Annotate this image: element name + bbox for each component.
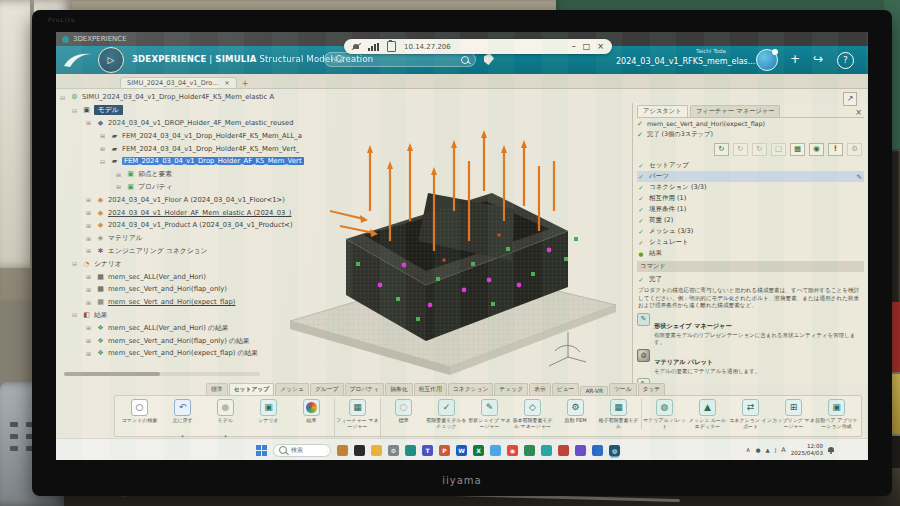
done-row[interactable]: 完了 bbox=[637, 274, 864, 285]
expander-icon[interactable]: ⊞ bbox=[86, 247, 93, 254]
toolbar-button[interactable]: ⇄ コネクション インポート bbox=[729, 398, 772, 429]
action-bar-tab[interactable]: セットアップ bbox=[229, 383, 275, 395]
global-search-input[interactable]: 検索 bbox=[324, 52, 476, 67]
expander-icon[interactable]: ⊞ bbox=[86, 209, 93, 216]
update-partial-icon[interactable]: ↻ bbox=[752, 143, 767, 156]
tree-node-label[interactable]: モデル bbox=[94, 105, 123, 115]
checklist-item[interactable]: 相互作用 (1) bbox=[637, 193, 864, 204]
expand-panel-button[interactable]: ↗ bbox=[843, 92, 857, 106]
checklist-item[interactable]: 荷重 (2) bbox=[637, 215, 864, 226]
red-app-icon[interactable] bbox=[558, 445, 569, 456]
purple-app-icon[interactable] bbox=[575, 445, 586, 456]
checklist-item[interactable]: 境界条件 (1) bbox=[637, 204, 864, 215]
command-item[interactable]: ✎ 形状シェイプ マネージャー 有限要素モデルのリプレゼンテーションに含まれる形… bbox=[637, 313, 864, 346]
checklist-item[interactable]: 結果 bbox=[637, 248, 864, 259]
expander-icon[interactable]: ⊞ bbox=[100, 145, 107, 152]
tree-node-label[interactable]: mem_sec_ALL(Ver_and_Hori) の結果 bbox=[108, 323, 229, 333]
tree-horizontal-scrollbar[interactable] bbox=[64, 372, 260, 376]
expander-icon[interactable]: ⊞ bbox=[86, 324, 93, 331]
files-app-icon[interactable] bbox=[354, 445, 365, 456]
action-bar-tab[interactable]: 表示 bbox=[529, 383, 551, 395]
cloud-icon[interactable]: ▲ bbox=[765, 447, 769, 453]
help-button[interactable]: ? bbox=[837, 52, 854, 69]
notifications-muted-icon[interactable] bbox=[352, 43, 360, 51]
expander-icon[interactable]: ⊞ bbox=[86, 196, 93, 203]
checklist-item[interactable]: パーツ bbox=[637, 171, 864, 182]
expander-icon[interactable]: ⊞ bbox=[86, 235, 93, 242]
expander-icon[interactable]: ⊟ bbox=[72, 260, 79, 267]
action-bar-tab[interactable]: 相互作用 bbox=[414, 383, 447, 395]
axis-triad[interactable] bbox=[549, 332, 586, 366]
toolbar-button[interactable]: ↶ 元に戻す ▾ bbox=[161, 398, 204, 442]
toolbar-button[interactable]: ● 結果 bbox=[290, 398, 333, 442]
tree-node-label[interactable]: SIMU_2024_03_04_v1_Drop_Holder4F_K5_Mem_… bbox=[82, 93, 274, 101]
search-icon[interactable] bbox=[461, 56, 469, 64]
tree-node-label[interactable]: mem_sec_Vert_and_Hori(flap_only) bbox=[108, 285, 227, 293]
expander-icon[interactable]: ⊞ bbox=[116, 183, 123, 190]
share-button[interactable]: ↪ bbox=[813, 52, 823, 67]
command-title[interactable]: マテリアル パレット bbox=[654, 358, 713, 365]
toolbar-button[interactable]: ▦ 格子有限要素モデル bbox=[597, 398, 640, 429]
update-all-icon[interactable]: ↻ bbox=[714, 143, 729, 156]
close-icon[interactable]: × bbox=[853, 108, 864, 117]
toolbar-button[interactable]: ● モデル ▾ bbox=[204, 398, 247, 442]
assistant-tab[interactable]: フィーチャー マネージャー bbox=[690, 105, 781, 117]
start-button[interactable] bbox=[256, 445, 267, 456]
blank-doc-icon[interactable]: □ bbox=[771, 143, 786, 156]
toolbar-button[interactable]: ◍ マテリアル パレット bbox=[643, 398, 686, 429]
document-tab[interactable]: SIMU_2024_03_04_v1_Dro... × bbox=[120, 77, 237, 88]
excel-app-icon[interactable]: X bbox=[473, 445, 484, 456]
action-bar-tab[interactable]: グループ bbox=[310, 383, 344, 395]
expander-icon[interactable]: ⊟ bbox=[100, 158, 107, 165]
taskbar-search[interactable]: 検索 bbox=[273, 444, 331, 457]
table-icon[interactable]: ▦ bbox=[790, 143, 805, 156]
tree-node-label[interactable]: 2024_03_04_v1_Floor A (2024_03_04_v1_Flo… bbox=[108, 196, 285, 204]
toolbar-button[interactable]: ▣ 自動ペア アプリケーション作成 bbox=[815, 398, 858, 429]
globe-app-icon[interactable]: ◍ bbox=[609, 445, 620, 456]
snip-app-icon[interactable] bbox=[405, 445, 416, 456]
restore-button[interactable]: □ bbox=[583, 42, 591, 51]
toolbar-button[interactable]: ▣ シナリオ bbox=[247, 398, 290, 442]
checklist-item[interactable]: メッシュ (3/3) bbox=[637, 226, 864, 237]
expander-icon[interactable]: ⊞ bbox=[100, 132, 107, 139]
expander-icon[interactable]: ⊞ bbox=[86, 337, 93, 344]
action-bar-tab[interactable]: ツール bbox=[609, 383, 637, 395]
tree-node-label[interactable]: マテリアル bbox=[108, 233, 143, 243]
toolbar-button[interactable]: ○ 標準 bbox=[382, 398, 425, 429]
toolbar-button[interactable]: ✎ 形状シェイプ マネージャー bbox=[468, 398, 511, 429]
folder-app-icon[interactable] bbox=[371, 445, 382, 456]
tree-node-label[interactable]: mem_sec_Vert_and_Hori(expect_flap) の結果 bbox=[108, 348, 258, 358]
toolbar-button[interactable]: ▲ メッシュ ルール エディター bbox=[686, 398, 729, 429]
toolbar-button[interactable]: ⚙ 自動 FEM bbox=[554, 398, 597, 429]
tray-chevron-icon[interactable]: ∧ bbox=[746, 446, 751, 454]
tree-node-label[interactable]: プロパティ bbox=[138, 182, 173, 192]
avatar[interactable] bbox=[756, 49, 778, 71]
expander-icon[interactable]: ⊞ bbox=[86, 222, 93, 229]
settings-app-icon[interactable]: ⚙ bbox=[388, 445, 399, 456]
close-icon[interactable]: × bbox=[224, 79, 229, 87]
word-app-icon[interactable]: W bbox=[456, 445, 467, 456]
action-bar-tab[interactable]: メッシュ bbox=[275, 383, 309, 395]
expander-icon[interactable]: ⊞ bbox=[86, 119, 93, 126]
chrome-app-icon[interactable]: ◉ bbox=[507, 445, 518, 456]
status-dot-icon[interactable]: ● bbox=[756, 447, 761, 453]
tree-node-label[interactable]: 2024_03_04_v1_DROP_Holder_4F_Mem_elastic… bbox=[108, 119, 294, 127]
new-tab-button[interactable]: + bbox=[242, 79, 249, 88]
taskbar-clock[interactable]: 12:00 2025/04/03 bbox=[791, 443, 823, 457]
warning-icon[interactable]: ! bbox=[828, 143, 843, 156]
clipboard-icon[interactable] bbox=[387, 41, 396, 52]
expander-icon[interactable]: ⊟ bbox=[72, 107, 79, 114]
assistant-tab[interactable]: アシスタント bbox=[637, 105, 688, 117]
expander-icon[interactable]: ⊟ bbox=[72, 311, 79, 318]
app-j-icon[interactable]: J bbox=[775, 447, 777, 453]
toolbar-button[interactable]: ✓ 有限要素モデルをチェック bbox=[425, 398, 468, 429]
minimize-button[interactable]: – bbox=[572, 42, 576, 51]
update-icon[interactable]: ↻ bbox=[733, 143, 748, 156]
add-content-button[interactable]: + bbox=[790, 52, 800, 67]
command-title[interactable]: 形状シェイプ マネージャー bbox=[654, 322, 732, 329]
eye-icon[interactable]: ◉ bbox=[809, 143, 824, 156]
tag-icon[interactable] bbox=[484, 53, 494, 65]
tree-node-label[interactable]: 2024_03_04_v1_Holder_AF_Mem_elastic A (2… bbox=[108, 209, 292, 217]
toolbar-button[interactable]: ⊞ カップリング マネージャー bbox=[772, 398, 815, 429]
onedrive-app-icon[interactable] bbox=[490, 445, 501, 456]
